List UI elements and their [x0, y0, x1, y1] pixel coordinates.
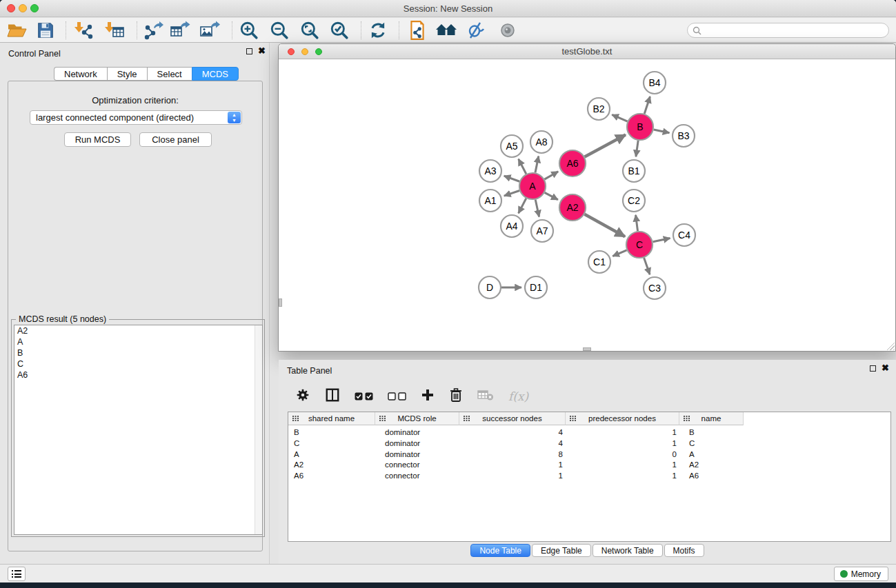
tab-node-table[interactable]: Node Table	[470, 544, 530, 557]
mcds-result-list[interactable]: A2ABCA6	[14, 325, 263, 535]
export-table-icon[interactable]	[170, 21, 190, 40]
cell-MCDS-role[interactable]: connector	[375, 459, 459, 470]
cell-shared-name[interactable]: A2	[288, 459, 375, 470]
create-column-icon[interactable]	[421, 388, 435, 405]
cell-name[interactable]: A6	[679, 470, 744, 481]
table-row[interactable]: Adominator80A	[288, 449, 744, 460]
cell-successor-nodes[interactable]: 8	[459, 449, 566, 460]
network-vscroll-thumb[interactable]	[279, 298, 282, 307]
home-icon[interactable]	[435, 21, 457, 39]
edge-C-C1[interactable]	[613, 250, 626, 256]
import-table-icon[interactable]	[104, 21, 125, 40]
close-panel-button[interactable]: Close panel	[139, 132, 212, 147]
tab-mcds[interactable]: MCDS	[192, 67, 239, 81]
tab-network-table[interactable]: Network Table	[593, 544, 663, 557]
cell-shared-name[interactable]: B	[288, 427, 375, 438]
zoom-selected-icon[interactable]	[330, 21, 349, 40]
mcds-result-item[interactable]: C	[14, 358, 262, 369]
edge-A2-C[interactable]	[584, 214, 625, 237]
edge-A-A7[interactable]	[535, 200, 539, 217]
refresh-layout-icon[interactable]	[368, 21, 388, 40]
edge-C-C3[interactable]	[644, 258, 650, 274]
edge-A6-B[interactable]	[585, 134, 626, 156]
tab-style[interactable]: Style	[107, 67, 147, 81]
table-row[interactable]: A6connector11A6	[288, 470, 744, 481]
close-panel-icon[interactable]: ✖	[258, 48, 266, 54]
criterion-dropdown[interactable]: largest connected component (directed) ▲…	[30, 110, 242, 125]
mcds-result-item[interactable]: A6	[14, 369, 262, 381]
open-session-icon[interactable]	[6, 21, 27, 39]
cell-successor-nodes[interactable]: 1	[459, 470, 566, 481]
tab-motifs[interactable]: Motifs	[664, 544, 704, 557]
table-row[interactable]: Bdominator41B	[288, 427, 744, 438]
window-titlebar[interactable]: Session: New Session	[0, 0, 896, 17]
network-hscroll-thumb[interactable]	[583, 347, 591, 351]
cell-name[interactable]: A	[679, 449, 744, 460]
edge-A-A2[interactable]	[545, 192, 558, 199]
edge-A-A3[interactable]	[504, 176, 519, 181]
cell-MCDS-role[interactable]: dominator	[375, 438, 459, 449]
edge-B-B1[interactable]	[636, 141, 638, 156]
show-columns-icon[interactable]	[325, 387, 340, 405]
export-network-icon[interactable]	[143, 21, 163, 40]
cell-name[interactable]: A2	[679, 459, 744, 470]
tab-select[interactable]: Select	[147, 67, 192, 81]
edge-A-A1[interactable]	[504, 191, 519, 196]
cell-MCDS-role[interactable]: dominator	[375, 449, 459, 460]
cell-name[interactable]: C	[679, 438, 744, 449]
edge-B-B2[interactable]	[612, 114, 627, 121]
save-session-icon[interactable]	[37, 21, 54, 39]
memory-button[interactable]: Memory	[834, 567, 888, 581]
float-table-panel-icon[interactable]	[870, 365, 876, 372]
open-app-manager-icon[interactable]	[408, 20, 426, 41]
zoom-in-icon[interactable]	[239, 21, 259, 40]
table-row[interactable]: A2connector11A2	[288, 459, 744, 470]
cell-MCDS-role[interactable]: dominator	[375, 427, 459, 438]
column-header-shared-name[interactable]: shared name	[288, 412, 375, 425]
cell-MCDS-role[interactable]: connector	[375, 470, 459, 481]
mcds-result-item[interactable]: B	[14, 347, 262, 358]
eye-icon[interactable]	[499, 21, 517, 39]
cell-predecessor-nodes[interactable]: 1	[566, 438, 679, 449]
edge-A-A8[interactable]	[535, 156, 539, 173]
cell-shared-name[interactable]: A	[288, 449, 375, 460]
cell-successor-nodes[interactable]: 4	[459, 438, 566, 449]
column-header-predecessor-nodes[interactable]: predecessor nodes	[566, 412, 679, 425]
cell-shared-name[interactable]: C	[288, 438, 375, 449]
cell-predecessor-nodes[interactable]: 1	[566, 470, 679, 481]
task-history-button[interactable]	[8, 567, 26, 581]
edge-A-A5[interactable]	[519, 159, 526, 174]
tab-network[interactable]: Network	[54, 67, 107, 81]
close-table-panel-icon[interactable]: ✖	[882, 365, 889, 372]
select-all-columns-icon[interactable]	[355, 392, 373, 401]
run-mcds-button[interactable]: Run MCDS	[64, 132, 131, 147]
table-settings-gear-icon[interactable]	[295, 387, 310, 405]
cell-predecessor-nodes[interactable]: 1	[566, 459, 679, 470]
edge-C-C4[interactable]	[653, 238, 670, 241]
network-resize-grip[interactable]	[886, 342, 895, 350]
edge-C-C2[interactable]	[636, 215, 638, 231]
table-row[interactable]: Cdominator41C	[288, 438, 744, 449]
column-header-successor-nodes[interactable]: successor nodes	[459, 412, 566, 425]
cell-predecessor-nodes[interactable]: 0	[566, 449, 679, 460]
hide-glasses-icon[interactable]	[466, 21, 486, 39]
zoom-out-icon[interactable]	[270, 21, 289, 40]
network-window-titlebar[interactable]: testGlobe.txt	[279, 44, 895, 59]
delete-table-icon[interactable]	[477, 389, 494, 404]
column-header-MCDS-role[interactable]: MCDS role	[375, 412, 459, 425]
delete-columns-icon[interactable]	[449, 387, 463, 405]
unselect-all-columns-icon[interactable]	[388, 392, 406, 401]
column-header-name[interactable]: name	[679, 412, 744, 425]
cell-shared-name[interactable]: A6	[288, 470, 375, 481]
cell-name[interactable]: B	[679, 427, 744, 438]
float-panel-icon[interactable]	[246, 48, 252, 54]
zoom-fit-icon[interactable]	[300, 21, 319, 40]
cell-successor-nodes[interactable]: 4	[459, 427, 566, 438]
cell-successor-nodes[interactable]: 1	[459, 459, 566, 470]
cell-predecessor-nodes[interactable]: 1	[566, 427, 679, 438]
mcds-result-item[interactable]: A2	[14, 325, 262, 336]
edge-A-A6[interactable]	[544, 172, 558, 179]
search-input[interactable]	[687, 23, 889, 38]
edge-B-B3[interactable]	[654, 130, 670, 133]
network-canvas[interactable]: B4B2BB3A8A5A6A3B1AA1C2A2A4A7C4CC1C3DD1	[279, 59, 895, 351]
